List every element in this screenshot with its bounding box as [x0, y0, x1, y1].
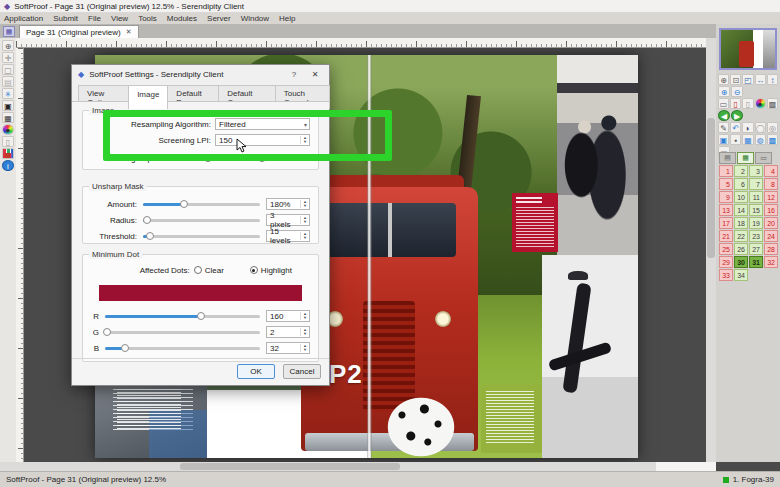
page-cell-16[interactable]: 16 [764, 204, 778, 216]
prev-page-icon[interactable]: ◀ [718, 110, 730, 121]
page-cell-14[interactable]: 14 [734, 204, 748, 216]
vertical-scrollbar-thumb[interactable] [707, 118, 715, 258]
page-cell-26[interactable]: 26 [734, 243, 748, 255]
document-tab[interactable]: Page 31 (Original preview) ✕ [19, 25, 139, 38]
cancel-button[interactable]: Cancel [283, 364, 321, 379]
radius-spinner-arrows-icon[interactable]: ▲▼ [300, 216, 309, 224]
page-cell-4[interactable]: 4 [764, 165, 778, 177]
page-cell-10[interactable]: 10 [734, 191, 748, 203]
fit-height-icon[interactable]: ↕ [767, 74, 778, 85]
channel-g-slider-thumb[interactable] [103, 328, 111, 336]
page-cell-12[interactable]: 12 [764, 191, 778, 203]
pages-tab-layout[interactable]: ▤ [719, 152, 736, 164]
channel-r-slider-thumb[interactable] [197, 312, 205, 320]
menu-view[interactable]: View [111, 14, 128, 23]
target-icon[interactable]: ◎ [767, 122, 778, 133]
fit-window-icon[interactable]: ◰ [742, 74, 753, 85]
alert-page-icon[interactable]: ▯ [730, 98, 741, 109]
vertical-scrollbar[interactable] [706, 38, 716, 462]
color-wheel-icon[interactable]: ● [2, 124, 14, 135]
pages-tab-pages[interactable]: ▦ [737, 152, 754, 164]
page-frame-icon[interactable]: ▢ [2, 64, 14, 75]
checker-grid-icon[interactable]: ▦ [2, 112, 14, 123]
menu-application[interactable]: Application [4, 14, 43, 23]
page-cell-20[interactable]: 20 [764, 217, 778, 229]
dither-icon[interactable]: ▩ [767, 98, 778, 109]
menu-help[interactable]: Help [279, 14, 295, 23]
page-cell-32[interactable]: 32 [764, 256, 778, 268]
zoom-in-icon[interactable]: ⊕ [718, 86, 730, 97]
horizontal-scrollbar[interactable] [0, 462, 716, 471]
zoom-area-icon[interactable]: ⊕ [718, 74, 729, 85]
colour-wheel-icon[interactable]: ● [755, 98, 766, 109]
channel-b-spinner-arrows-icon[interactable]: ▲▼ [300, 344, 309, 352]
page-cell-30[interactable]: 30 [734, 256, 748, 268]
hash-grid-icon[interactable]: ▩ [767, 134, 778, 145]
tab-close-icon[interactable]: ✕ [126, 28, 132, 36]
page-cell-7[interactable]: 7 [749, 178, 763, 190]
menu-window[interactable]: Window [241, 14, 269, 23]
eyedropper-icon[interactable]: ◗ [742, 122, 753, 133]
channel-r-spinner-arrows-icon[interactable]: ▲▼ [300, 312, 309, 320]
page-cell-2[interactable]: 2 [734, 165, 748, 177]
snowflake-icon[interactable]: ✳ [2, 88, 14, 99]
page-cell-3[interactable]: 3 [749, 165, 763, 177]
affected-option-highlight[interactable]: Highlight [250, 266, 292, 275]
affected-radio-highlight[interactable] [250, 266, 258, 274]
pan-tool-icon[interactable]: ✛ [2, 52, 14, 63]
channel-b-slider[interactable] [105, 343, 260, 353]
camera-icon[interactable]: ▣ [2, 100, 14, 111]
page-cell-15[interactable]: 15 [749, 204, 763, 216]
monitor-icon[interactable]: ▭ [718, 98, 729, 109]
undo-icon[interactable]: ↶ [730, 122, 741, 133]
channel-r-spinner[interactable]: 160▲▼ [266, 310, 310, 322]
threshold-spinner-arrows-icon[interactable]: ▲▼ [300, 232, 309, 240]
page-cell-11[interactable]: 11 [749, 191, 763, 203]
ok-button[interactable]: OK [237, 364, 275, 379]
snap-icon[interactable]: ▣ [718, 134, 729, 145]
guides-icon[interactable]: ▤ [2, 76, 14, 87]
page-cell-34[interactable]: 34 [734, 269, 748, 281]
menu-file[interactable]: File [88, 14, 101, 23]
workspace-icon[interactable]: ▦ [3, 26, 15, 37]
page-cell-29[interactable]: 29 [719, 256, 733, 268]
page-cell-24[interactable]: 24 [764, 230, 778, 242]
zoom-page-icon[interactable]: ⊡ [730, 74, 741, 85]
channel-b-slider-thumb[interactable] [121, 344, 129, 352]
dialog-help-button[interactable]: ? [286, 70, 302, 79]
page-thumbnail[interactable] [719, 28, 777, 70]
page-cell-21[interactable]: 21 [719, 230, 733, 242]
pages-tab-other[interactable]: ▭ [755, 152, 772, 164]
page-cell-27[interactable]: 27 [749, 243, 763, 255]
channel-g-slider[interactable] [105, 327, 260, 337]
zoom-out-icon[interactable]: ⊖ [731, 86, 743, 97]
fit-width-icon[interactable]: ↔ [755, 74, 766, 85]
histogram-icon[interactable]: ▅ [2, 148, 14, 159]
threshold-spinner[interactable]: 15 levels▲▼ [266, 230, 310, 242]
radius-slider-thumb[interactable] [143, 216, 151, 224]
globe-icon[interactable]: ◍ [755, 134, 766, 145]
menu-tools[interactable]: Tools [138, 14, 157, 23]
page-cell-9[interactable]: 9 [719, 191, 733, 203]
channel-r-slider[interactable] [105, 311, 260, 321]
page-cell-33[interactable]: 33 [719, 269, 733, 281]
dialog-close-button[interactable]: ✕ [307, 70, 323, 79]
page-cell-6[interactable]: 6 [734, 178, 748, 190]
page-cell-13[interactable]: 13 [719, 204, 733, 216]
next-page-icon[interactable]: ▶ [731, 110, 743, 121]
threshold-slider-thumb[interactable] [146, 232, 154, 240]
affected-option-clear[interactable]: Clear [194, 266, 224, 275]
amount-spinner[interactable]: 180%▲▼ [266, 198, 310, 210]
page-cell-23[interactable]: 23 [749, 230, 763, 242]
channel-g-spinner-arrows-icon[interactable]: ▲▼ [300, 328, 309, 336]
channel-g-spinner[interactable]: 2▲▼ [266, 326, 310, 338]
amount-slider-thumb[interactable] [180, 200, 188, 208]
dialog-titlebar[interactable]: ◆ SoftProof Settings - Serendipity Clien… [72, 65, 329, 83]
menu-submit[interactable]: Submit [53, 14, 78, 23]
lock-icon[interactable]: ▪ [730, 134, 741, 145]
horizontal-scrollbar-thumb[interactable] [180, 463, 400, 470]
document-icon[interactable]: ▯ [2, 136, 14, 147]
grid-icon[interactable]: ▦ [742, 134, 753, 145]
edit-pencil-icon[interactable]: ✎ [718, 122, 729, 133]
page-cell-18[interactable]: 18 [734, 217, 748, 229]
